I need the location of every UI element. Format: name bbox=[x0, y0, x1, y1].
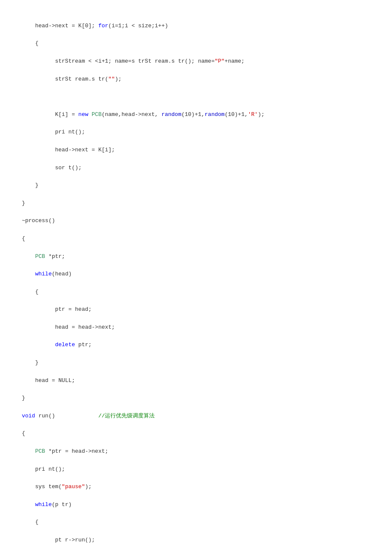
line-24: { bbox=[9, 429, 383, 438]
line-11: } bbox=[9, 199, 383, 208]
line-30: pt r->run(); bbox=[9, 536, 383, 544]
line-6: K[i] = new PCB(name,head->next, random(1… bbox=[9, 110, 383, 119]
line-3: strStream < <i+1; name=s trSt ream.s tr(… bbox=[9, 57, 383, 66]
line-8: head->next = K[i]; bbox=[9, 146, 383, 155]
line-10: } bbox=[9, 181, 383, 190]
line-9: sor t(); bbox=[9, 164, 383, 173]
line-16: { bbox=[9, 288, 383, 297]
line-1: head->next = K[0]; for(i=1;i < size;i++) bbox=[9, 22, 383, 31]
line-28: while(p tr) bbox=[9, 501, 383, 509]
line-14: PCB *ptr; bbox=[9, 252, 383, 261]
line-21: head = NULL; bbox=[9, 376, 383, 385]
code-block: head->next = K[0]; for(i=1;i < size;i++)… bbox=[0, 9, 392, 544]
line-29: { bbox=[9, 518, 383, 527]
line-20: } bbox=[9, 359, 383, 367]
line-26: pri nt(); bbox=[9, 465, 383, 474]
line-4: strSt ream.s tr(""); bbox=[9, 75, 383, 84]
line-22: } bbox=[9, 394, 383, 403]
line-23: void run() //运行优先级调度算法 bbox=[9, 412, 383, 421]
line-25: PCB *ptr = head->next; bbox=[9, 447, 383, 456]
line-15: while(head) bbox=[9, 270, 383, 279]
line-27: sys tem("pause"); bbox=[9, 483, 383, 492]
line-2: { bbox=[9, 39, 383, 48]
line-12: ~process() bbox=[9, 217, 383, 226]
line-5 bbox=[9, 93, 383, 101]
line-7: pri nt(); bbox=[9, 128, 383, 137]
line-18: head = head->next; bbox=[9, 323, 383, 332]
line-13: { bbox=[9, 234, 383, 243]
line-19: delete ptr; bbox=[9, 341, 383, 350]
line-17: ptr = head; bbox=[9, 305, 383, 314]
